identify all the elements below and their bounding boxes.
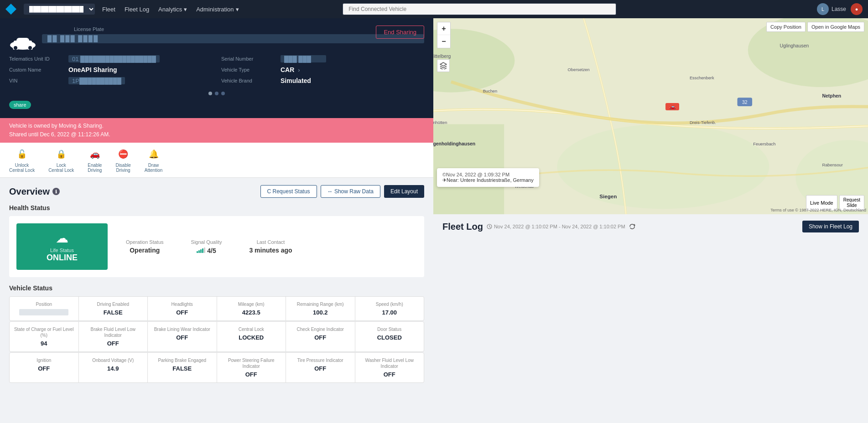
serial-label: Serial Number <box>221 56 281 62</box>
overview-section: Overview ℹ C Request Status ↔ Show Raw D… <box>0 178 433 397</box>
status-cell-value-3: OFF <box>221 371 282 378</box>
status-cell-value-2: OFF <box>151 334 213 341</box>
status-cell-row3-1: Onboard Voltage (V)14.9 <box>79 353 148 382</box>
serial-row: Serial Number ███ ███ <box>221 55 424 62</box>
brand-selector[interactable]: ██████████████ <box>24 4 95 15</box>
telematics-label: Telematics Unit ID <box>9 56 68 62</box>
unlock-central-lock-button[interactable]: 🔓 UnlockCentral Lock <box>9 147 35 173</box>
signal-quality-stat: Signal Quality 4/5 <box>191 239 222 254</box>
overview-info-icon[interactable]: ℹ <box>52 188 60 195</box>
nav-administration[interactable]: Administration ▾ <box>196 6 239 13</box>
status-cell-label-0: Ignition <box>13 357 75 363</box>
life-status-block: ☁ Life Status ONLINE <box>16 223 108 270</box>
nav-fleet-log[interactable]: Fleet Log <box>125 6 149 13</box>
svg-rect-2 <box>16 38 29 44</box>
zoom-in-button[interactable]: + <box>437 22 450 35</box>
signal-bars-icon <box>197 247 205 253</box>
dot-1[interactable] <box>208 92 212 95</box>
vehicle-details: Telematics Unit ID 01 ██████████████████… <box>9 55 424 88</box>
show-in-fleet-log-button[interactable]: Show in Fleet Log <box>802 221 859 232</box>
operation-value: Operating <box>126 247 164 254</box>
status-cell-label-1: Onboard Voltage (V) <box>83 357 144 363</box>
map-container: Mittelberg Uglinghausen Buchen Obersetze… <box>433 18 868 214</box>
svg-text:32: 32 <box>742 100 748 105</box>
clock-icon <box>487 224 492 229</box>
serial-value: ███ ███ <box>281 55 326 62</box>
signal-bar-4 <box>202 248 203 253</box>
disable-driving-label: DisableDriving <box>115 163 130 173</box>
main-layout: License Plate ██ ███ ████ End <box>0 18 868 423</box>
map-layers-button[interactable] <box>437 59 450 72</box>
svg-text:Feuersbach: Feuersbach <box>753 142 775 146</box>
end-sharing-button[interactable]: End Sharing <box>376 26 424 39</box>
status-cell-row1-0: Position <box>10 297 78 320</box>
custom-name-value: OneAPI Sharing <box>68 66 117 73</box>
status-cell-row3-4: Tire Pressure IndicatorOFF <box>286 353 355 382</box>
vehicle-map-marker: 🚗 <box>665 103 679 110</box>
status-cell-value-4: 100.2 <box>290 309 351 316</box>
avatar-secondary: ● <box>851 3 863 15</box>
status-cell-value-5: 17.00 <box>359 309 421 316</box>
dot-3[interactable] <box>221 92 225 95</box>
status-cell-row2-0: State of Charge or Fuel Level (%)94 <box>10 322 78 351</box>
edit-layout-button[interactable]: Edit Layout <box>384 185 424 198</box>
layers-icon <box>440 62 447 69</box>
last-contact-value: 3 minutes ago <box>249 247 292 254</box>
svg-text:Buchen: Buchen <box>483 89 497 93</box>
copy-position-button[interactable]: Copy Position <box>766 22 806 32</box>
open-google-maps-button[interactable]: Open in Google Maps <box>807 22 864 32</box>
signal-value: 4/5 <box>191 247 222 254</box>
status-cell-label-2: Brake Lining Wear Indicator <box>151 326 213 332</box>
request-status-button[interactable]: C Request Status <box>260 185 317 198</box>
disable-driving-button[interactable]: ⛔ DisableDriving <box>115 147 130 173</box>
lock-central-lock-button[interactable]: 🔒 LockCentral Lock <box>48 147 74 173</box>
status-cell-row1-1: Driving EnabledFALSE <box>79 297 148 320</box>
refresh-icon[interactable] <box>629 223 635 230</box>
status-cell-row1-2: HeadlightsOFF <box>148 297 217 320</box>
overview-buttons: C Request Status ↔ Show Raw Data Edit La… <box>260 185 424 198</box>
search-input[interactable] <box>343 3 616 15</box>
status-cell-label-5: Washer Fluid Level Low Indicator <box>359 357 421 369</box>
status-cell-value-1: OFF <box>83 340 144 347</box>
vehicle-type-label: Vehicle Type <box>221 67 281 72</box>
top-navigation: ██████████████ Fleet Fleet Log Analytics… <box>0 0 868 18</box>
nav-logo <box>5 4 16 15</box>
enable-driving-label: EnableDriving <box>88 163 102 173</box>
status-cell-row3-3: Power Steering Failure IndicatorOFF <box>217 353 286 382</box>
vehicle-brand-label: Vehicle Brand <box>221 78 281 83</box>
vehicle-status-grid-row3: IgnitionOFFOnboard Voltage (V)14.9Parkin… <box>9 352 424 383</box>
operation-label: Operation Status <box>126 239 164 245</box>
vin-value: 1P██████████ <box>68 77 125 84</box>
enable-driving-button[interactable]: 🚗 EnableDriving <box>88 147 102 173</box>
svg-text:Rabensour: Rabensour <box>822 163 842 167</box>
show-raw-data-button[interactable]: ↔ Show Raw Data <box>321 185 380 198</box>
license-plate-value: ██ ███ ████ <box>42 34 424 43</box>
unlock-label: UnlockCentral Lock <box>9 163 35 173</box>
vehicle-plate-section: ██ ███ ████ <box>42 33 424 43</box>
status-cell-row2-3: Central LockLOCKED <box>217 322 286 351</box>
vehicle-details-left: Telematics Unit ID 01 ██████████████████… <box>9 55 212 88</box>
svg-text:Langenholdinghausen: Langenholdinghausen <box>433 141 475 146</box>
signal-bar-3 <box>200 249 202 253</box>
vehicle-status-grid-row2: State of Charge or Fuel Level (%)94Brake… <box>9 321 424 352</box>
draw-attention-button[interactable]: 🔔 DrawAttention <box>145 147 162 173</box>
vehicle-brand-value: Simulated <box>281 77 311 84</box>
status-cell-label-1: Driving Enabled <box>83 301 144 307</box>
vehicle-silhouette-icon <box>9 35 36 50</box>
signal-label: Signal Quality <box>191 239 222 245</box>
draw-attention-label: DrawAttention <box>145 163 162 173</box>
sharing-line1: Vehicle is owned by Moving & Sharing. <box>9 122 424 130</box>
next-arrow-icon[interactable]: › <box>298 67 300 73</box>
nav-fleet[interactable]: Fleet <box>102 6 115 13</box>
signal-bar-2 <box>198 250 200 253</box>
dot-2[interactable] <box>215 92 218 95</box>
sharing-line2: Shared until Dec 6, 2022 @ 11:12:26 AM. <box>9 130 424 139</box>
status-cell-value-2: FALSE <box>151 365 213 372</box>
vehicle-header: License Plate ██ ███ ████ End <box>0 18 433 118</box>
map-action-buttons: Copy Position Open in Google Maps <box>766 22 864 32</box>
chevron-down-icon: ▾ <box>184 6 187 13</box>
nav-search-container <box>343 3 616 15</box>
zoom-out-button[interactable]: − <box>437 35 450 48</box>
nav-analytics[interactable]: Analytics ▾ <box>158 6 187 13</box>
status-cell-row3-0: IgnitionOFF <box>10 353 78 382</box>
